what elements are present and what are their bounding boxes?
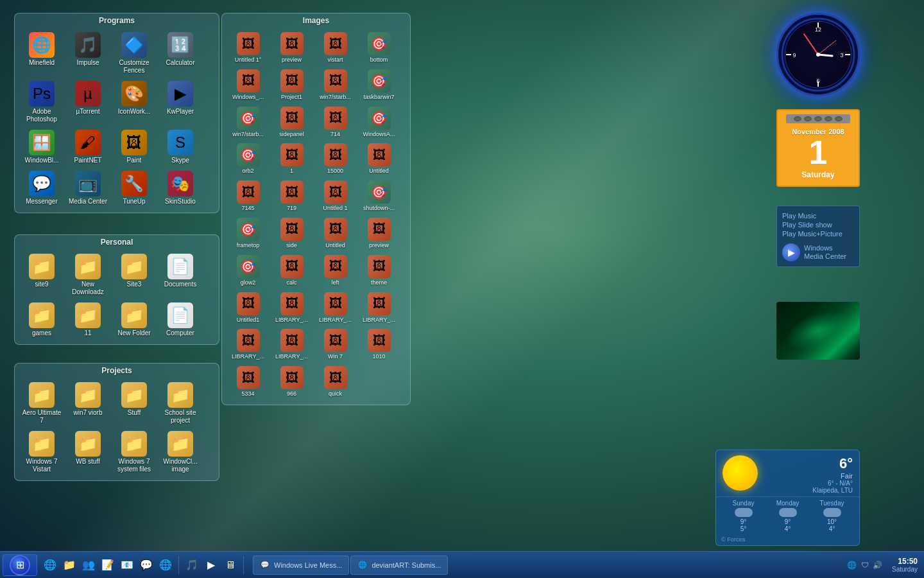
list-item[interactable]: 🎯shutdown-... bbox=[358, 179, 400, 214]
systray-volume[interactable]: 🔊 bbox=[873, 560, 883, 570]
icon-label: Windows 7 system files bbox=[114, 458, 154, 473]
list-item[interactable]: PsAdobe Photoshop bbox=[20, 79, 64, 125]
forecast-sunday: Sunday 9°5° bbox=[721, 500, 766, 532]
list-item[interactable]: 🖌PaintNET bbox=[66, 128, 110, 166]
list-item[interactable]: 🖼theme bbox=[358, 253, 400, 288]
list-item[interactable]: 📁Site3 bbox=[112, 252, 156, 298]
messenger-taskbar-icon[interactable]: 💬 bbox=[137, 556, 155, 574]
list-item[interactable]: 📁win7 viorb bbox=[66, 380, 110, 426]
list-item[interactable]: 🎯orb2 bbox=[227, 141, 269, 177]
list-item[interactable]: 🎯taskbarwin7 bbox=[358, 67, 400, 103]
media-play-slideshow[interactable]: Play Slide show bbox=[782, 220, 854, 229]
icon-image: S bbox=[167, 130, 193, 155]
list-item[interactable]: 🖼LIBRARY_... bbox=[314, 290, 356, 326]
list-item[interactable]: 🖼LIBRARY_... bbox=[227, 327, 269, 362]
list-item[interactable]: 🖼LIBRARY_... bbox=[358, 290, 400, 326]
list-item[interactable]: 🖼left bbox=[314, 253, 356, 288]
list-item[interactable]: 🖼win7/starb... bbox=[314, 67, 356, 103]
ie-icon[interactable]: 🌐 bbox=[41, 556, 59, 574]
mail-icon[interactable]: 📧 bbox=[118, 556, 136, 574]
media-play-music[interactable]: Play Music bbox=[782, 211, 854, 220]
list-item[interactable]: 🖼Win 7 bbox=[314, 327, 356, 362]
folder-icon[interactable]: 📁 bbox=[60, 556, 78, 574]
icon-label: LIBRARY_... bbox=[363, 317, 395, 324]
list-item[interactable]: 🖼1 bbox=[271, 141, 312, 177]
list-item[interactable]: 🪟WindowBl... bbox=[20, 128, 64, 166]
list-item[interactable]: SSkype bbox=[158, 128, 202, 166]
list-item[interactable]: 🖼5334 bbox=[227, 364, 269, 399]
list-item[interactable]: ▶KwPlayer bbox=[158, 79, 202, 125]
icon-image: 📁 bbox=[121, 431, 147, 457]
taskbar-btn-messenger[interactable]: 💬 Windows Live Mess... bbox=[253, 556, 349, 575]
list-item[interactable]: 🖼Project1 bbox=[271, 67, 312, 103]
list-item[interactable]: 📁New Folder bbox=[112, 301, 156, 339]
list-item[interactable]: µµTorrent bbox=[66, 79, 110, 125]
word-icon[interactable]: 📝 bbox=[99, 556, 117, 574]
network-icon[interactable]: 🌐 bbox=[157, 556, 175, 574]
screen-icon[interactable]: 🖥 bbox=[221, 556, 239, 574]
list-item[interactable]: 🖼Windows_... bbox=[227, 67, 269, 103]
list-item[interactable]: 🎵Impulse bbox=[66, 30, 110, 76]
list-item[interactable]: 📄Documents bbox=[158, 252, 202, 298]
icon-image: 🌐 bbox=[29, 32, 55, 58]
forecast-icon bbox=[735, 508, 753, 517]
list-item[interactable]: 🎨IconWork... bbox=[112, 79, 156, 125]
list-item[interactable]: 📁WindowCl... image bbox=[158, 429, 202, 475]
users-icon[interactable]: 👥 bbox=[80, 556, 98, 574]
list-item[interactable]: 📁games bbox=[20, 301, 64, 339]
list-item[interactable]: 🎭SkinStudio bbox=[158, 169, 202, 207]
list-item[interactable]: 🖼vistart bbox=[314, 30, 356, 66]
list-item[interactable]: 🎯glow2 bbox=[227, 253, 269, 288]
list-item[interactable]: 🔢Calculator bbox=[158, 30, 202, 76]
systray-network[interactable]: 🌐 bbox=[847, 560, 857, 570]
list-item[interactable]: 🖼Untitled1 bbox=[227, 290, 269, 326]
list-item[interactable]: 📺Media Center bbox=[66, 169, 110, 207]
list-item[interactable]: 🖼15000 bbox=[314, 141, 356, 177]
list-item[interactable]: 🖼Paint bbox=[112, 128, 156, 166]
list-item[interactable]: 📄Computer bbox=[158, 301, 202, 339]
list-item[interactable]: 🎯frametop bbox=[227, 216, 269, 251]
list-item[interactable]: 📁site9 bbox=[20, 252, 64, 298]
list-item[interactable]: 🎯win7/starb... bbox=[227, 105, 269, 140]
list-item[interactable]: 📁School site project bbox=[158, 380, 202, 426]
list-item[interactable]: 📁Windows 7 Vistart bbox=[20, 429, 64, 475]
list-item[interactable]: 🖼7145 bbox=[227, 179, 269, 214]
list-item[interactable]: 🖼calc bbox=[271, 253, 312, 288]
list-item[interactable]: 🖼quick bbox=[314, 364, 356, 399]
play-icon[interactable]: ▶ bbox=[202, 556, 220, 574]
list-item[interactable]: 🔷Customize Fences bbox=[112, 30, 156, 76]
list-item[interactable]: 🖼Untitled bbox=[314, 216, 356, 251]
list-item[interactable]: 🖼preview bbox=[358, 216, 400, 251]
list-item[interactable]: 🖼sidepanel bbox=[271, 105, 312, 140]
list-item[interactable]: 🖼Untitled bbox=[358, 141, 400, 177]
media-play-music-picture[interactable]: Play Music+Picture bbox=[782, 229, 854, 238]
list-item[interactable]: 📁WB stuff bbox=[66, 429, 110, 475]
list-item[interactable]: 🖼LIBRARY_... bbox=[271, 290, 312, 326]
list-item[interactable]: 🖼Untitled 1 bbox=[314, 179, 356, 214]
media-taskbar-icon[interactable]: 🎵 bbox=[183, 556, 201, 574]
icon-label: 966 bbox=[287, 390, 296, 398]
list-item[interactable]: 📁New Downloadz bbox=[66, 252, 110, 298]
start-button[interactable]: ⊞ bbox=[3, 554, 37, 576]
list-item[interactable]: 🔧TuneUp bbox=[112, 169, 156, 207]
systray-antivirus[interactable]: 🛡 bbox=[860, 560, 870, 570]
list-item[interactable]: 📁11 bbox=[66, 301, 110, 339]
list-item[interactable]: 🖼Untitled 1° bbox=[227, 30, 269, 66]
list-item[interactable]: 📁Aero Ultimate 7 bbox=[20, 380, 64, 426]
list-item[interactable]: 🖼966 bbox=[271, 364, 312, 399]
list-item[interactable]: 🌐Minefield bbox=[20, 30, 64, 76]
list-item[interactable]: 🖼side bbox=[271, 216, 312, 251]
list-item[interactable]: 🖼714 bbox=[314, 105, 356, 140]
fence-personal: Personal 📁site9📁New Downloadz📁Site3📄Docu… bbox=[14, 234, 219, 345]
taskbar-btn-deviantart[interactable]: 🌐 deviantART: Submis... bbox=[350, 556, 448, 575]
list-item[interactable]: 🎯WindowsA... bbox=[358, 105, 400, 140]
list-item[interactable]: 🖼719 bbox=[271, 179, 312, 214]
list-item[interactable]: 🖼LIBRARY_... bbox=[271, 327, 312, 362]
taskbar-clock[interactable]: 15:50 Saturday bbox=[888, 556, 921, 574]
list-item[interactable]: 🎯bottom bbox=[358, 30, 400, 66]
list-item[interactable]: 📁Stuff bbox=[112, 380, 156, 426]
list-item[interactable]: 💬Messenger bbox=[20, 169, 64, 207]
list-item[interactable]: 🖼1010 bbox=[358, 327, 400, 362]
list-item[interactable]: 🖼preview bbox=[271, 30, 312, 66]
list-item[interactable]: 📁Windows 7 system files bbox=[112, 429, 156, 475]
